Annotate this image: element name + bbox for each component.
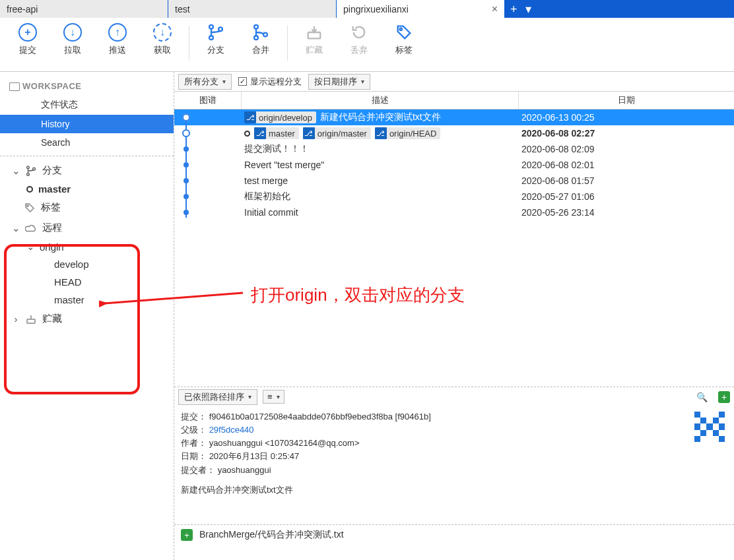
branch-badge: ⎇master	[254, 127, 299, 139]
file-added-icon: +	[181, 529, 193, 541]
arrow-down-icon: ↓	[63, 23, 82, 42]
svg-point-4	[254, 36, 258, 40]
commit-desc: Initial commit	[244, 207, 298, 218]
history-row[interactable]: test merge 2020-06-08 01:57	[174, 173, 734, 189]
history-row[interactable]: ⎇origin/develop 新建代码合并冲突测试txt文件 2020-06-…	[174, 109, 734, 125]
history-row[interactable]: ⎇master ⎇origin/master ⎇origin/HEAD 2020…	[174, 125, 734, 141]
svg-rect-32	[694, 423, 700, 430]
path-sort-dropdown[interactable]: 已依照路径排序▾	[178, 389, 257, 405]
history-row[interactable]: Initial commit 2020-05-26 23:14	[174, 204, 734, 220]
discard-icon	[350, 23, 368, 42]
tag-icon	[24, 202, 36, 214]
tag-button[interactable]: 标签	[382, 22, 426, 71]
tab-label: test	[175, 4, 190, 15]
commit-date: 2020-06-08 02:01	[519, 160, 734, 170]
merge-button[interactable]: 合并	[238, 22, 283, 71]
svg-rect-27	[706, 423, 713, 430]
branch-icon	[207, 23, 225, 42]
discard-button[interactable]: 丢弃	[337, 22, 382, 71]
content-area: 所有分支▾ ✓显示远程分支 按日期排序▾ 图谱 描述 日期	[174, 72, 734, 560]
push-button[interactable]: ↑推送	[95, 22, 140, 71]
sidebar-section-stashes[interactable]: › 贮藏	[0, 309, 174, 329]
caret-down-icon: ▾	[222, 78, 226, 85]
commit-author: yaoshuanggui <1070342164@qq.com>	[209, 438, 360, 448]
commit-date: 2020-05-26 23:14	[519, 207, 734, 218]
chevron-down-icon: ⌄	[12, 165, 20, 177]
remote-branch-head[interactable]: HEAD	[0, 273, 174, 291]
list-icon: ≡	[267, 392, 273, 402]
svg-rect-30	[694, 436, 700, 442]
sidebar-item-file-status[interactable]: 文件状态	[0, 95, 174, 115]
sort-dropdown[interactable]: 按日期排序▾	[308, 74, 370, 90]
svg-rect-28	[700, 430, 706, 436]
commit-button[interactable]: +提交	[5, 22, 50, 71]
parent-hash-link[interactable]: 29f5dce440	[209, 425, 254, 435]
diff-toolbar: 已依照路径排序▾ ≡▾ 🔍 +	[174, 387, 734, 406]
remote-branch-master[interactable]: master	[0, 291, 174, 309]
tab-test[interactable]: test	[168, 0, 336, 18]
svg-rect-24	[719, 412, 725, 418]
col-date: 日期	[519, 92, 734, 109]
commit-desc: test merge	[244, 175, 288, 186]
svg-rect-31	[719, 436, 725, 442]
chevron-right-icon: ›	[12, 313, 20, 325]
branch-button[interactable]: 分支	[193, 22, 238, 71]
file-path: BranchMerge/代码合并冲突测试.txt	[199, 529, 344, 541]
chevron-down-icon: ⌄	[26, 241, 34, 253]
col-graph: 图谱	[174, 92, 242, 109]
cloud-icon	[25, 222, 37, 234]
commit-message: 新建代码合并冲突测试txt文件	[181, 483, 727, 497]
svg-rect-29	[713, 430, 719, 436]
remote-origin[interactable]: ⌄ origin	[0, 238, 174, 255]
search-icon[interactable]: 🔍	[694, 392, 709, 402]
checkbox-checked-icon: ✓	[238, 77, 247, 86]
tab-pingrixuexilianxi[interactable]: pingrixuexilianxi ×	[337, 0, 504, 18]
remote-branch-develop[interactable]: develop	[0, 255, 174, 273]
show-remote-checkbox[interactable]: ✓显示远程分支	[238, 76, 302, 88]
stash-icon	[305, 23, 323, 42]
sidebar-section-branches[interactable]: ⌄ 分支	[0, 160, 174, 181]
stash-button[interactable]: 贮藏	[292, 22, 337, 71]
filter-bar: 所有分支▾ ✓显示远程分支 按日期排序▾	[174, 72, 734, 92]
commit-date: 2020-06-08 01:57	[519, 175, 734, 186]
tab-label: free-api	[7, 4, 38, 15]
sidebar-item-search[interactable]: Search	[0, 133, 174, 152]
commit-desc: 新建代码合并冲突测试txt文件	[320, 111, 441, 123]
commit-hash: f90461b0a0172508e4aabdde076bbf9ebed3f8ba…	[209, 412, 431, 421]
changed-file-row[interactable]: + BranchMerge/代码合并冲突测试.txt	[174, 525, 734, 545]
history-row[interactable]: Revert "test merge" 2020-06-08 02:01	[174, 157, 734, 173]
svg-point-3	[254, 25, 258, 29]
branch-filter-dropdown[interactable]: 所有分支▾	[178, 74, 232, 90]
add-tab-button[interactable]: +	[510, 3, 517, 15]
commit-committer: yaoshuanggui	[218, 465, 271, 475]
sidebar-section-remotes[interactable]: ⌄ 远程	[0, 218, 174, 238]
expand-button[interactable]: +	[718, 391, 730, 403]
tab-free-api[interactable]: free-api	[0, 0, 168, 18]
commit-date: 2020-06-08 02:09	[519, 144, 734, 154]
commit-date: 2020-06-13 00:25	[519, 112, 734, 123]
svg-rect-12	[27, 319, 35, 323]
caret-down-icon: ▾	[248, 393, 251, 400]
branch-badge-icon: ⎇	[375, 127, 387, 139]
current-branch-dot-icon	[26, 186, 33, 193]
close-icon[interactable]: ×	[492, 3, 498, 15]
avatar	[694, 412, 725, 442]
view-mode-dropdown[interactable]: ≡▾	[263, 390, 284, 404]
svg-point-1	[209, 36, 213, 40]
svg-rect-25	[700, 418, 706, 423]
history-row[interactable]: 提交测试！！！ 2020-06-08 02:09	[174, 141, 734, 157]
svg-point-11	[27, 204, 28, 206]
branch-master[interactable]: master	[0, 181, 174, 197]
caret-down-icon: ▾	[361, 78, 364, 85]
pull-button[interactable]: ↓拉取	[50, 22, 95, 71]
sidebar-item-history[interactable]: History	[0, 115, 174, 133]
branch-badge-icon: ⎇	[303, 127, 315, 139]
sidebar-section-tags[interactable]: 标签	[0, 197, 174, 218]
caret-down-icon: ▾	[277, 393, 280, 400]
fetch-button[interactable]: ↓获取	[140, 22, 185, 71]
merge-icon	[251, 23, 270, 42]
history-row[interactable]: 框架初始化 2020-05-27 01:06	[174, 189, 734, 204]
history-header: 图谱 描述 日期	[174, 92, 734, 109]
svg-rect-26	[713, 418, 719, 423]
tab-menu-button[interactable]: ▾	[525, 3, 531, 15]
